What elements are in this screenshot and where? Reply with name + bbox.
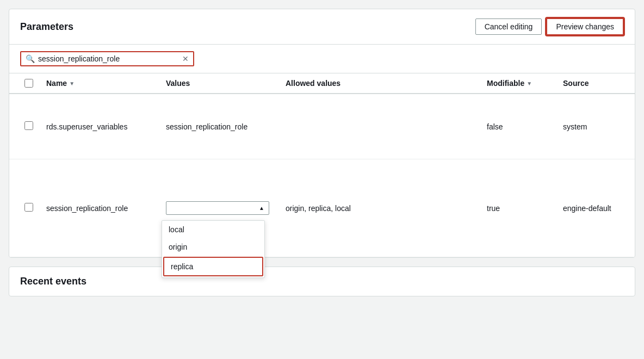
row1-checkbox[interactable] xyxy=(24,121,33,130)
row2-value-cell: ▲ local origin replica xyxy=(162,196,281,220)
row1-modifiable: false xyxy=(482,117,559,137)
cancel-editing-button[interactable]: Cancel editing xyxy=(475,18,542,35)
name-sort-icon[interactable]: ▼ xyxy=(69,81,75,86)
row1-value: session_replication_role xyxy=(162,117,281,137)
row1-name: rds.superuser_variables xyxy=(42,117,162,137)
dropdown-arrow-icon: ▲ xyxy=(259,205,264,211)
search-input[interactable] xyxy=(38,54,182,63)
search-bar: 🔍 ✕ xyxy=(9,45,635,73)
modifiable-sort-icon[interactable]: ▼ xyxy=(527,81,532,86)
dropdown-item-origin[interactable]: origin xyxy=(162,238,264,256)
recent-events-section: Recent events xyxy=(9,267,635,296)
select-all-checkbox[interactable] xyxy=(24,79,33,88)
row2-allowed: origin, replica, local xyxy=(281,199,482,218)
dropdown-menu: local origin replica xyxy=(162,220,265,278)
header-actions: Cancel editing Preview changes xyxy=(475,18,624,35)
search-icon: 🔍 xyxy=(26,54,35,63)
th-modifiable: Modifiable ▼ xyxy=(482,73,559,93)
row2-source: engine-default xyxy=(559,199,624,218)
row2-name: session_replication_role xyxy=(42,199,162,218)
th-values: Values xyxy=(162,73,281,93)
row1-source: system xyxy=(559,117,624,137)
dropdown-item-replica[interactable]: replica xyxy=(163,257,263,276)
row1-checkbox-cell xyxy=(20,116,42,137)
row2-checkbox-cell xyxy=(20,197,42,219)
th-source: Source xyxy=(559,73,624,93)
row2-checkbox[interactable] xyxy=(24,203,33,212)
th-checkbox xyxy=(20,73,42,93)
panel-title: Parameters xyxy=(20,21,73,33)
th-allowed-values: Allowed values xyxy=(281,73,482,93)
row2-modifiable: true xyxy=(482,199,559,218)
search-wrapper: 🔍 ✕ xyxy=(20,51,194,66)
row1-allowed xyxy=(281,121,482,132)
preview-changes-button[interactable]: Preview changes xyxy=(546,18,624,35)
dropdown-item-local[interactable]: local xyxy=(162,221,264,238)
parameters-table: Name ▼ Values Allowed values Modifiable … xyxy=(9,73,635,257)
table-header: Name ▼ Values Allowed values Modifiable … xyxy=(9,73,635,94)
clear-icon[interactable]: ✕ xyxy=(182,54,189,63)
th-name: Name ▼ xyxy=(42,73,162,93)
table-row: rds.superuser_variables session_replicat… xyxy=(9,94,635,159)
recent-events-title: Recent events xyxy=(20,276,86,287)
table-row: session_replication_role ▲ local origin … xyxy=(9,159,635,257)
value-dropdown[interactable]: ▲ xyxy=(166,201,269,215)
